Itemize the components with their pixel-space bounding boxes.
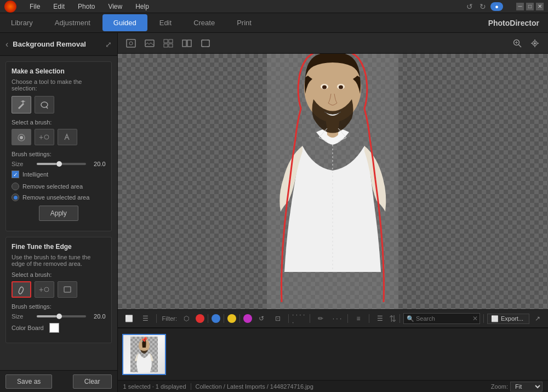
status-bar: 1 selected · 1 displayed Collection / La… <box>118 380 548 392</box>
svg-point-0 <box>22 100 24 103</box>
canvas-tool-fit[interactable] <box>123 36 139 50</box>
filmstrip-thumb-1[interactable]: 📌 <box>122 334 166 375</box>
menu-help[interactable]: Help <box>133 2 151 12</box>
menu-view[interactable]: View <box>106 2 124 12</box>
redo-button[interactable]: ↻ <box>477 1 488 12</box>
tab-edit[interactable]: Edit <box>149 14 182 31</box>
search-clear-icon[interactable]: ✕ <box>472 315 478 322</box>
intelligent-checkbox[interactable]: ✓ <box>12 171 19 178</box>
zoom-control: Zoom: Fit 25% 50% 100% 200% <box>491 382 543 391</box>
svg-rect-15 <box>169 39 173 43</box>
toolbar-sep-2 <box>208 314 208 323</box>
update-button[interactable]: ● <box>490 2 503 11</box>
nav-tabs: Library Adjustment Guided Edit Create Pr… <box>0 13 548 33</box>
toolbar-sep-5 <box>288 314 289 323</box>
export-external-icon[interactable]: ↗ <box>532 313 544 325</box>
color-board-swatch[interactable] <box>49 323 59 333</box>
tab-adjustment[interactable]: Adjustment <box>44 14 101 31</box>
clear-button[interactable]: Clear <box>73 374 112 389</box>
remove-selected-label: Remove selected area <box>22 183 83 190</box>
lasso-tool[interactable] <box>35 96 54 113</box>
export-icon: ⬜ <box>491 315 499 322</box>
fine-tune-title: Fine Tune the Edge <box>12 243 106 251</box>
fine-tune-brush-row: + <box>12 281 106 298</box>
toolbar-sep-10 <box>483 314 484 323</box>
svg-rect-17 <box>169 44 173 47</box>
bt-crop-icon[interactable]: ⊡ <box>271 313 285 325</box>
fine-tune-brush-3[interactable] <box>58 281 77 298</box>
tab-create[interactable]: Create <box>182 14 226 31</box>
bt-rect-icon[interactable]: ⬜ <box>122 313 136 325</box>
canvas-tool-grid[interactable] <box>161 36 176 50</box>
filter-icon-1[interactable]: ⬡ <box>179 313 193 325</box>
sort-icon[interactable]: ⇅ <box>389 314 396 324</box>
fine-tune-brush-2[interactable]: + <box>35 281 54 298</box>
toolbar-sep-8 <box>369 314 369 323</box>
make-selection-section: Make a Selection Choose a tool to make t… <box>5 61 112 231</box>
search-input[interactable] <box>403 313 480 324</box>
remove-selected-radio[interactable] <box>12 183 19 190</box>
main-area: ⬜ ☰ Filter: ⬡ ↺ ⊡ · · · · · ✏ · · · ≡ ☰ <box>118 33 548 392</box>
bt-align-icon[interactable]: ≡ <box>351 313 366 325</box>
apply-button[interactable]: Apply <box>39 206 78 221</box>
canvas-tool-image[interactable] <box>142 36 157 50</box>
canvas-tool-compare[interactable] <box>179 36 195 50</box>
toolbar-sep-1 <box>156 314 157 323</box>
zoom-select[interactable]: Fit 25% 50% 100% 200% <box>510 382 543 391</box>
menu-file[interactable]: File <box>27 2 42 12</box>
export-button[interactable]: Export... <box>499 315 526 322</box>
remove-unselected-label: Remove unselected area <box>22 194 89 201</box>
remove-unselected-radio[interactable] <box>12 194 19 201</box>
magic-wand-tool[interactable] <box>12 96 31 113</box>
fine-tune-size-row: Size 20.0 <box>12 313 106 320</box>
maximize-button[interactable]: □ <box>526 3 534 10</box>
export-container[interactable]: ⬜ Export... <box>487 314 529 324</box>
bt-list-icon[interactable]: ☰ <box>373 313 387 325</box>
minimize-button[interactable]: ─ <box>516 3 524 10</box>
bt-refresh-icon[interactable]: ↺ <box>254 313 269 325</box>
bt-brush-icon[interactable]: ✏ <box>313 313 328 325</box>
pan-tool[interactable] <box>527 36 543 50</box>
menu-bar: File Edit Photo View Help ↺ ↻ ● ─ □ ✕ <box>0 0 548 13</box>
panel-export-icon[interactable]: ⤢ <box>105 40 112 49</box>
canvas-tool-fullscreen[interactable] <box>198 36 213 50</box>
back-button[interactable]: ‹ <box>5 39 8 49</box>
svg-point-7 <box>44 135 49 139</box>
left-panel: ‹ Background Removal ⤢ Make a Selection … <box>0 33 118 392</box>
canvas-toolbar <box>118 33 548 54</box>
svg-point-9 <box>44 287 49 292</box>
menu-photo[interactable]: Photo <box>76 2 97 12</box>
tab-guided[interactable]: Guided <box>102 14 147 31</box>
size-slider-track[interactable] <box>37 163 86 165</box>
fine-tune-section: Fine Tune the Edge Use the brush to fine… <box>5 237 112 343</box>
search-icon: 🔍 <box>407 315 414 322</box>
color-purple[interactable] <box>243 314 252 323</box>
make-selection-subtitle: Choose a tool to make the selection: <box>12 78 106 92</box>
bt-lines-icon[interactable]: ☰ <box>139 313 153 325</box>
svg-rect-20 <box>202 40 209 47</box>
tab-library[interactable]: Library <box>0 14 44 31</box>
zoom-label: Zoom: <box>491 383 508 390</box>
filter-label: Filter: <box>162 315 178 322</box>
fine-tune-brush-1[interactable] <box>12 281 31 298</box>
save-as-button[interactable]: Save as <box>5 374 52 389</box>
color-yellow[interactable] <box>227 314 236 323</box>
close-button[interactable]: ✕ <box>536 3 544 10</box>
fine-tune-size-slider[interactable] <box>37 315 86 317</box>
tab-print[interactable]: Print <box>226 14 262 31</box>
brush-btn-1[interactable] <box>12 129 31 145</box>
zoom-tool[interactable] <box>510 36 525 50</box>
undo-button[interactable]: ↺ <box>464 1 475 12</box>
brush-row: + <box>12 129 106 145</box>
color-red[interactable] <box>196 314 204 323</box>
canvas-area[interactable] <box>118 54 548 309</box>
brush-btn-3[interactable] <box>58 129 77 145</box>
bt-more-icon[interactable]: · · · <box>330 313 344 325</box>
selection-tools-row <box>12 96 106 113</box>
brush-btn-2[interactable]: + <box>35 129 54 145</box>
menu-edit[interactable]: Edit <box>51 2 67 12</box>
brush-settings-label: Brush settings: <box>12 151 106 157</box>
window-controls: ─ □ ✕ <box>516 3 544 10</box>
color-blue[interactable] <box>212 314 220 323</box>
bt-dots-icon[interactable]: · · · · · <box>292 313 306 325</box>
